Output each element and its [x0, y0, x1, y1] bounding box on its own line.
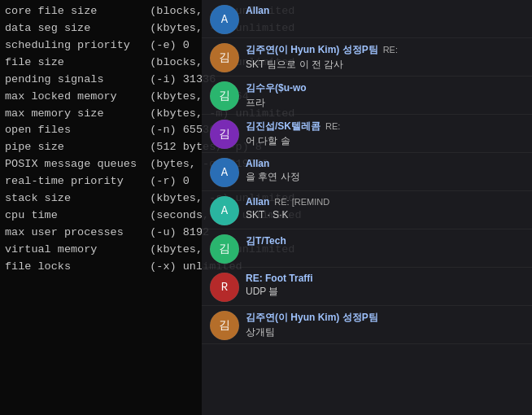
- chat-re-label: RE:: [383, 45, 398, 55]
- chat-avatar: 김: [210, 43, 239, 72]
- chat-sender: RE: Foot Traffi: [246, 273, 313, 284]
- chat-header: AllanRE: [REMIND: [246, 196, 524, 208]
- chat-content: Allan을 후연 사정: [246, 158, 524, 184]
- chat-header: 김진섭/SK텔레콤RE:: [246, 120, 524, 133]
- chat-sender: 김수우($u-wo: [246, 81, 307, 95]
- chat-content: 김T/Tech: [246, 234, 524, 248]
- chat-avatar: 김: [210, 81, 239, 111]
- chat-header: 김수우($u-wo: [246, 81, 524, 95]
- chat-sender: 김주연(이 Hyun Kim) 성정P팀: [246, 43, 378, 57]
- avatar-icon: R: [210, 273, 239, 302]
- avatar-icon: 김: [210, 120, 239, 149]
- chat-item[interactable]: RRE: Foot TraffiUDP 블: [202, 268, 532, 306]
- chat-re-label: RE:: [325, 121, 340, 131]
- chat-item[interactable]: AAllan을 후연 사정: [202, 153, 532, 191]
- chat-header: RE: Foot Traffi: [246, 273, 524, 284]
- avatar-icon: 김: [210, 81, 239, 111]
- chat-item[interactable]: AAllan: [202, 0, 532, 38]
- avatar-icon: A: [210, 5, 239, 34]
- chat-content: AllanRE: [REMINDSKT · S·K: [246, 196, 524, 222]
- chat-item[interactable]: 김김진섭/SK텔레콤RE:어 다할 솔: [202, 115, 532, 153]
- chat-sender: 김진섭/SK텔레콤: [246, 120, 321, 133]
- chat-body: SKT 팀으로 이 전 감사: [246, 58, 524, 72]
- chat-panel: AAllan김김주연(이 Hyun Kim) 성정P팀RE:SKT 팀으로 이 …: [202, 0, 532, 415]
- avatar-icon: A: [210, 196, 239, 225]
- avatar-icon: 김: [210, 43, 239, 72]
- chat-content: RE: Foot TraffiUDP 블: [246, 273, 524, 299]
- chat-item[interactable]: 김김주연(이 Hyun Kim) 성정P팀RE:SKT 팀으로 이 전 감사: [202, 38, 532, 76]
- chat-body: 프라: [246, 96, 524, 110]
- chat-body: UDP 블: [246, 285, 524, 299]
- chat-content: Allan: [246, 5, 524, 16]
- chat-header: Allan: [246, 5, 524, 16]
- chat-body: 을 후연 사정: [246, 170, 524, 184]
- chat-avatar: A: [210, 5, 239, 34]
- chat-avatar: R: [210, 273, 239, 302]
- chat-re-label: RE: [REMIND: [274, 197, 329, 207]
- chat-content: 김진섭/SK텔레콤RE:어 다할 솔: [246, 120, 524, 148]
- chat-list: AAllan김김주연(이 Hyun Kim) 성정P팀RE:SKT 팀으로 이 …: [202, 0, 532, 344]
- chat-item[interactable]: 김김T/Tech: [202, 229, 532, 268]
- chat-header: Allan: [246, 158, 524, 169]
- chat-item[interactable]: 김김주연(이 Hyun Kim) 성정P팀상개팀: [202, 306, 532, 344]
- chat-sender: Allan: [246, 5, 269, 16]
- chat-sender: Allan: [246, 158, 269, 169]
- chat-sender: 김주연(이 Hyun Kim) 성정P팀: [246, 311, 378, 325]
- avatar-icon: A: [210, 158, 239, 187]
- chat-avatar: A: [210, 196, 239, 225]
- avatar-icon: 김: [210, 234, 239, 264]
- chat-avatar: 김: [210, 311, 239, 340]
- chat-content: 김주연(이 Hyun Kim) 성정P팀상개팀: [246, 311, 524, 339]
- avatar-icon: 김: [210, 311, 239, 340]
- chat-avatar: 김: [210, 120, 239, 149]
- chat-content: 김수우($u-wo프라: [246, 81, 524, 110]
- chat-sender: 김T/Tech: [246, 234, 286, 248]
- chat-body: 어 다할 솔: [246, 134, 524, 148]
- chat-header: 김T/Tech: [246, 234, 524, 248]
- chat-body: 상개팀: [246, 325, 524, 339]
- chat-avatar: A: [210, 158, 239, 187]
- chat-item[interactable]: AAllanRE: [REMINDSKT · S·K: [202, 191, 532, 229]
- chat-content: 김주연(이 Hyun Kim) 성정P팀RE:SKT 팀으로 이 전 감사: [246, 43, 524, 72]
- chat-header: 김주연(이 Hyun Kim) 성정P팀RE:: [246, 43, 524, 57]
- chat-body: SKT · S·K: [246, 208, 524, 222]
- chat-item[interactable]: 김김수우($u-wo프라: [202, 76, 532, 115]
- chat-header: 김주연(이 Hyun Kim) 성정P팀: [246, 311, 524, 325]
- chat-avatar: 김: [210, 234, 239, 264]
- chat-sender: Allan: [246, 196, 269, 208]
